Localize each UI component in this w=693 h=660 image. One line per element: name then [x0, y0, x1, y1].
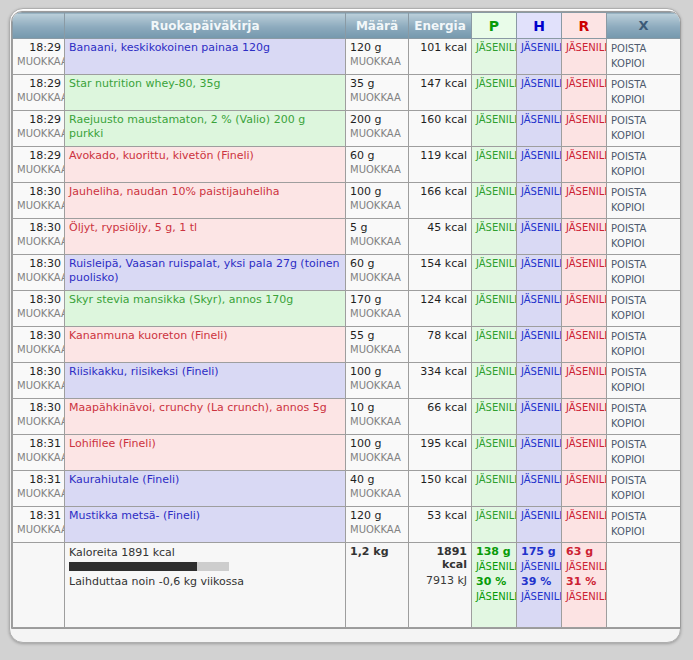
members-link[interactable]: JÄSENILLE: [476, 561, 512, 572]
delete-link[interactable]: POISTA: [611, 113, 676, 128]
delete-link[interactable]: POISTA: [611, 185, 676, 200]
members-link[interactable]: JÄSENILLE: [476, 113, 512, 127]
copy-link[interactable]: KOPIOI: [611, 128, 676, 143]
members-link[interactable]: JÄSENILLE: [476, 401, 512, 415]
edit-link[interactable]: MUOKKAA: [17, 307, 61, 321]
members-link[interactable]: JÄSENILLE: [566, 149, 602, 163]
members-link[interactable]: JÄSENILLE: [566, 401, 602, 415]
members-link[interactable]: JÄSENILLE: [521, 221, 557, 235]
edit-link[interactable]: MUOKKAA: [17, 343, 61, 357]
members-link[interactable]: JÄSENILLE: [566, 473, 602, 487]
copy-link[interactable]: KOPIOI: [611, 524, 676, 539]
members-link[interactable]: JÄSENILLE: [521, 365, 557, 379]
copy-link[interactable]: KOPIOI: [611, 56, 676, 71]
members-link[interactable]: JÄSENILLE: [476, 149, 512, 163]
members-link[interactable]: JÄSENILLE: [476, 591, 512, 602]
members-link[interactable]: JÄSENILLE: [566, 365, 602, 379]
delete-link[interactable]: POISTA: [611, 329, 676, 344]
copy-link[interactable]: KOPIOI: [611, 452, 676, 467]
members-link[interactable]: JÄSENILLE: [521, 41, 557, 55]
delete-link[interactable]: POISTA: [611, 509, 676, 524]
edit-link[interactable]: MUOKKAA: [17, 235, 61, 249]
members-link[interactable]: JÄSENILLE: [476, 329, 512, 343]
edit-link[interactable]: MUOKKAA: [350, 343, 404, 357]
members-link[interactable]: JÄSENILLE: [521, 561, 557, 572]
members-link[interactable]: JÄSENILLE: [566, 41, 602, 55]
delete-link[interactable]: POISTA: [611, 257, 676, 272]
members-link[interactable]: JÄSENILLE: [521, 401, 557, 415]
delete-link[interactable]: POISTA: [611, 293, 676, 308]
delete-link[interactable]: POISTA: [611, 221, 676, 236]
members-link[interactable]: JÄSENILLE: [521, 437, 557, 451]
members-link[interactable]: JÄSENILLE: [566, 257, 602, 271]
edit-link[interactable]: MUOKKAA: [17, 415, 61, 429]
edit-link[interactable]: MUOKKAA: [17, 523, 61, 537]
edit-link[interactable]: MUOKKAA: [17, 127, 61, 141]
members-link[interactable]: JÄSENILLE: [566, 509, 602, 523]
members-link[interactable]: JÄSENILLE: [521, 329, 557, 343]
members-link[interactable]: JÄSENILLE: [521, 473, 557, 487]
members-link[interactable]: JÄSENILLE: [521, 185, 557, 199]
members-link[interactable]: JÄSENILLE: [521, 293, 557, 307]
copy-link[interactable]: KOPIOI: [611, 236, 676, 251]
members-link[interactable]: JÄSENILLE: [566, 185, 602, 199]
members-link[interactable]: JÄSENILLE: [476, 293, 512, 307]
members-link[interactable]: JÄSENILLE: [521, 149, 557, 163]
members-link[interactable]: JÄSENILLE: [566, 221, 602, 235]
edit-link[interactable]: MUOKKAA: [350, 235, 404, 249]
copy-link[interactable]: KOPIOI: [611, 488, 676, 503]
edit-link[interactable]: MUOKKAA: [17, 379, 61, 393]
edit-link[interactable]: MUOKKAA: [17, 451, 61, 465]
members-link[interactable]: JÄSENILLE: [476, 77, 512, 91]
edit-link[interactable]: MUOKKAA: [350, 487, 404, 501]
copy-link[interactable]: KOPIOI: [611, 164, 676, 179]
members-link[interactable]: JÄSENILLE: [521, 509, 557, 523]
edit-link[interactable]: MUOKKAA: [350, 91, 404, 105]
edit-link[interactable]: MUOKKAA: [350, 55, 404, 69]
copy-link[interactable]: KOPIOI: [611, 416, 676, 431]
members-link[interactable]: JÄSENILLE: [476, 473, 512, 487]
members-link[interactable]: JÄSENILLE: [566, 591, 602, 602]
members-link[interactable]: JÄSENILLE: [566, 561, 602, 572]
copy-link[interactable]: KOPIOI: [611, 272, 676, 287]
edit-link[interactable]: MUOKKAA: [350, 271, 404, 285]
edit-link[interactable]: MUOKKAA: [17, 163, 61, 177]
edit-link[interactable]: MUOKKAA: [17, 271, 61, 285]
members-link[interactable]: JÄSENILLE: [566, 293, 602, 307]
members-link[interactable]: JÄSENILLE: [566, 77, 602, 91]
edit-link[interactable]: MUOKKAA: [350, 127, 404, 141]
members-link[interactable]: JÄSENILLE: [566, 329, 602, 343]
delete-link[interactable]: POISTA: [611, 437, 676, 452]
column-header-close[interactable]: X: [607, 13, 681, 39]
members-link[interactable]: JÄSENILLE: [476, 365, 512, 379]
edit-link[interactable]: MUOKKAA: [17, 487, 61, 501]
copy-link[interactable]: KOPIOI: [611, 92, 676, 107]
copy-link[interactable]: KOPIOI: [611, 308, 676, 323]
members-link[interactable]: JÄSENILLE: [521, 77, 557, 91]
edit-link[interactable]: MUOKKAA: [350, 451, 404, 465]
copy-link[interactable]: KOPIOI: [611, 380, 676, 395]
delete-link[interactable]: POISTA: [611, 401, 676, 416]
members-link[interactable]: JÄSENILLE: [521, 591, 557, 602]
copy-link[interactable]: KOPIOI: [611, 344, 676, 359]
delete-link[interactable]: POISTA: [611, 41, 676, 56]
members-link[interactable]: JÄSENILLE: [476, 221, 512, 235]
members-link[interactable]: JÄSENILLE: [521, 113, 557, 127]
copy-link[interactable]: KOPIOI: [611, 200, 676, 215]
members-link[interactable]: JÄSENILLE: [476, 41, 512, 55]
members-link[interactable]: JÄSENILLE: [476, 185, 512, 199]
members-link[interactable]: JÄSENILLE: [476, 437, 512, 451]
edit-link[interactable]: MUOKKAA: [350, 307, 404, 321]
edit-link[interactable]: MUOKKAA: [17, 199, 61, 213]
edit-link[interactable]: MUOKKAA: [350, 523, 404, 537]
delete-link[interactable]: POISTA: [611, 365, 676, 380]
edit-link[interactable]: MUOKKAA: [350, 379, 404, 393]
edit-link[interactable]: MUOKKAA: [350, 415, 404, 429]
members-link[interactable]: JÄSENILLE: [521, 257, 557, 271]
delete-link[interactable]: POISTA: [611, 473, 676, 488]
edit-link[interactable]: MUOKKAA: [17, 91, 61, 105]
edit-link[interactable]: MUOKKAA: [350, 163, 404, 177]
delete-link[interactable]: POISTA: [611, 149, 676, 164]
members-link[interactable]: JÄSENILLE: [566, 113, 602, 127]
members-link[interactable]: JÄSENILLE: [566, 437, 602, 451]
